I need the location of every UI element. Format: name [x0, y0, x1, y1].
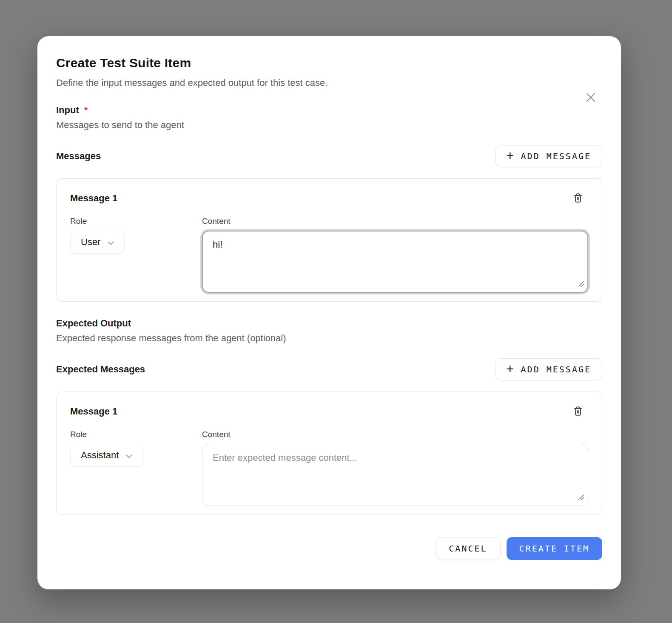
plus-icon: + — [507, 363, 514, 375]
message-card-title: Message 1 — [70, 406, 117, 417]
expected-message-card: Message 1 Role Assistant — [56, 392, 602, 515]
role-select[interactable]: Assistant — [70, 444, 143, 467]
messages-header: Messages — [56, 151, 101, 162]
role-field: Role Assistant — [70, 430, 202, 506]
content-textarea-wrap: hi! — [202, 231, 588, 293]
cancel-button[interactable]: CANCEL — [436, 537, 500, 560]
card-header: Message 1 — [70, 191, 588, 205]
input-section-header: Input * — [56, 105, 602, 116]
content-textarea-wrap — [202, 444, 588, 506]
content-field: Content — [202, 430, 588, 506]
role-label: Role — [70, 217, 202, 226]
role-select-value: User — [81, 237, 100, 248]
expected-output-label: Expected Output — [56, 318, 131, 329]
input-message-card: Message 1 Role User — [56, 178, 602, 302]
add-expected-message-button[interactable]: + ADD MESSAGE — [495, 358, 602, 380]
expected-section-header: Expected Output — [56, 318, 602, 329]
required-asterisk: * — [84, 105, 88, 116]
chevron-down-icon — [126, 450, 132, 461]
expected-messages-header: Expected Messages — [56, 364, 145, 375]
expected-content-textarea[interactable] — [202, 444, 588, 506]
expected-messages-toolbar: Expected Messages + ADD MESSAGE — [56, 358, 602, 380]
create-test-suite-item-dialog: Create Test Suite Item Define the input … — [37, 36, 621, 589]
dialog-subtitle: Define the input messages and expected o… — [56, 77, 602, 89]
input-label: Input — [56, 105, 79, 116]
role-field: Role User — [70, 217, 202, 293]
trash-icon — [572, 406, 584, 418]
card-header: Message 1 — [70, 405, 588, 418]
add-input-message-button[interactable]: + ADD MESSAGE — [495, 145, 602, 167]
fields-row: Role Assistant Content — [70, 430, 588, 506]
content-label: Content — [202, 217, 588, 226]
content-label: Content — [202, 430, 588, 439]
expected-description: Expected response messages from the agen… — [56, 333, 602, 344]
plus-icon: + — [507, 150, 514, 162]
dialog-footer: CANCEL CREATE ITEM — [56, 537, 602, 560]
messages-toolbar: Messages + ADD MESSAGE — [56, 145, 602, 167]
create-item-button[interactable]: CREATE ITEM — [507, 537, 602, 560]
add-message-label: ADD MESSAGE — [521, 151, 591, 161]
add-message-label: ADD MESSAGE — [521, 364, 591, 374]
delete-expected-message-button[interactable] — [571, 405, 585, 418]
content-field: Content hi! — [202, 217, 588, 293]
delete-input-message-button[interactable] — [571, 191, 585, 205]
role-select-value: Assistant — [81, 450, 119, 461]
chevron-down-icon — [108, 237, 114, 248]
message-card-title: Message 1 — [70, 193, 117, 204]
input-description: Messages to send to the agent — [56, 120, 602, 131]
role-label: Role — [70, 430, 202, 439]
close-icon — [586, 92, 596, 104]
dialog-title: Create Test Suite Item — [56, 56, 602, 70]
role-select[interactable]: User — [70, 231, 125, 254]
trash-icon — [572, 192, 584, 205]
fields-row: Role User Content hi! — [70, 217, 588, 293]
input-content-textarea[interactable]: hi! — [202, 231, 588, 293]
close-button[interactable] — [585, 92, 596, 103]
